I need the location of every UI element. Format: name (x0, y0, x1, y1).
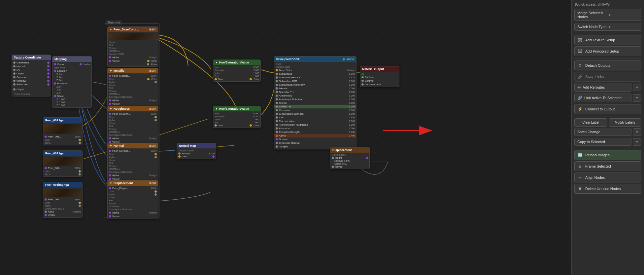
swap-icon: 🔗 (577, 74, 583, 79)
node-material-output[interactable]: Material Output All Surface Volume Displ… (360, 66, 399, 87)
add-texture-setup-button[interactable]: 🖼 Add Texture Setup (574, 35, 641, 45)
node-displacement-img[interactable]: ▼ Displacement ⊞⊟✕ Peer_Displac...⊞⊟✕ Co… (107, 180, 158, 219)
frame-icon: ⊞ (577, 164, 583, 169)
reroutes-label: Add Reroutes (583, 85, 628, 89)
node-displacement-shader[interactable]: Displacement Object Space Height Midleve… (330, 147, 370, 169)
align-nodes-button[interactable]: ⇔ Align Nodes (574, 173, 641, 182)
frame-label: Frame Selected (585, 164, 638, 168)
reload-icon: 🔄 (577, 152, 583, 158)
right-panel: (Quick access: Shift+W) Merge Selected N… (571, 0, 644, 275)
divider-2 (574, 58, 641, 59)
shortcut-hint: (Quick access: Shift+W) (574, 3, 641, 6)
reroutes-chevron-button[interactable]: ▼ (633, 84, 641, 91)
batch-change-chevron[interactable]: ▼ (633, 128, 641, 136)
merge-selected-dropdown[interactable]: Merge Selected Nodes ▼ (574, 9, 641, 21)
switch-node-type-dropdown[interactable]: Switch Node Type ▼ (574, 23, 641, 31)
copy-to-selected-chevron[interactable]: ▼ (633, 138, 641, 146)
merge-selected-label: Merge Selected Nodes (577, 11, 608, 19)
link-active-button[interactable]: 🔗 Link Active To Selected (574, 94, 631, 102)
add-reroutes-row: ◎ Add Reroutes ▼ (574, 83, 641, 92)
node-pear003[interactable]: Peer_003img.tga Peer_003...⊞⊟✕ Color Alp… (43, 182, 83, 218)
node-basecolor[interactable]: ▼ Peer_BaseColor... ⊞⊟✕ Linear Flat Repe… (107, 26, 158, 67)
detach-label: Detach Outputs (585, 63, 638, 67)
swap-links-button[interactable]: 🔗 Swap Links (574, 72, 641, 82)
divider-3 (574, 116, 641, 116)
add-principled-setup-button[interactable]: 🖼 Add Principled Setup (574, 46, 641, 56)
detach-outputs-button[interactable]: ⚙ Detach Outputs (574, 60, 641, 70)
divider-4 (574, 148, 641, 148)
swap-label: Swap Links (585, 75, 638, 79)
link-active-row: 🔗 Link Active To Selected ▼ (574, 94, 641, 102)
align-label: Align Nodes (585, 176, 638, 179)
node-normalmap[interactable]: Normal Map Tangent Space Strength1.000 C… (177, 143, 216, 159)
delete-unused-button[interactable]: ✖ Delete Unused Nodes (574, 184, 641, 194)
modify-labels-text: Modify Labels (615, 121, 635, 124)
texture-setup-label: Add Texture Setup (585, 38, 638, 42)
connect-icon: ⚡ (577, 106, 583, 112)
node-principled[interactable]: Principled BSDF BSDF GGX Random Walk Bas… (274, 56, 356, 149)
node-roughness[interactable]: ▼ Roughness ⊞⊟✕ Peer_Roughh...⊞⊟✕ Color … (107, 106, 158, 145)
panel-content: (Quick access: Shift+W) Merge Selected N… (572, 0, 644, 275)
switch-node-label: Switch Node Type (577, 25, 608, 29)
connect-label: Connect to Output (585, 107, 638, 111)
link-active-label: Link Active To Selected (584, 96, 628, 100)
detach-icon: ⚙ (577, 63, 583, 68)
principled-setup-icon: 🖼 (577, 49, 583, 54)
node-hue-sat-2[interactable]: ▼ Hue/Saturation/Value Hue0.500 Saturati… (213, 106, 261, 128)
switch-chevron: ▼ (608, 25, 639, 29)
frame-selected-button[interactable]: ⊞ Frame Selected (574, 161, 641, 171)
node-hue-sat-1[interactable]: ▼ Hue/Saturation/Value Hue0.500 Saturati… (213, 59, 261, 82)
node-metallic[interactable]: ▼ Metallic ⊞⊟✕ Peer_Metallic...⊞⊟✕ Color… (107, 68, 158, 107)
delete-icon: ✖ (577, 186, 583, 191)
node-pear002[interactable]: Pear_002.tga Peer_002...⊞⊟✕ Color Alpha (43, 150, 83, 177)
copy-to-selected-button[interactable]: Copy to Selected (574, 138, 631, 146)
batch-change-button[interactable]: Batch Change (574, 128, 631, 136)
textures-group-label: Textures (106, 20, 122, 25)
red-arrow (380, 122, 439, 139)
divider-1 (574, 33, 641, 33)
copy-to-selected-row: Copy to Selected ▼ (574, 138, 641, 146)
align-icon: ⇔ (577, 175, 583, 180)
link-icon: 🔗 (577, 96, 582, 100)
add-reroutes-button[interactable]: ◎ Add Reroutes (574, 83, 631, 92)
node-header-mapping: Mapping (52, 57, 91, 62)
delete-label: Delete Unused Nodes (585, 187, 638, 191)
label-buttons-row: Clear Label Modify Labels (574, 118, 641, 127)
node-normal-img[interactable]: ▼ Normal ⊞⊟✕ Peer_Normal...⊞⊟✕ Color Alp… (107, 143, 158, 182)
texture-setup-icon: 🖼 (577, 37, 583, 43)
reload-label: Reload Images (585, 153, 638, 157)
node-pear001[interactable]: Pear_001.tga Peer_001...⊞⊟✕ Color Alpha (43, 117, 83, 145)
node-editor[interactable]: Textures Texture Coordinate Generated No… (0, 0, 571, 275)
node-tex-coord[interactable]: Texture Coordinate Generated Normal UV O… (12, 55, 51, 97)
clear-label-button[interactable]: Clear Label (574, 118, 607, 127)
principled-setup-label: Add Principled Setup (585, 49, 638, 53)
connect-output-button[interactable]: ⚡ Connect to Output (574, 104, 641, 114)
merge-chevron: ▼ (608, 13, 639, 17)
node-header-tex-coord: Texture Coordinate (12, 55, 51, 60)
clear-label-text: Clear Label (582, 121, 599, 124)
modify-labels-button[interactable]: Modify Labels (609, 118, 642, 127)
batch-change-row: Batch Change ▼ (574, 128, 641, 136)
reroutes-icon: ◎ (577, 85, 581, 90)
node-mapping[interactable]: Mapping VectorVector Type: Point Locatio… (52, 56, 92, 108)
batch-change-label: Batch Change (577, 130, 628, 134)
reload-images-button[interactable]: 🔄 Reload Images (574, 150, 641, 160)
copy-to-selected-label: Copy to Selected (577, 140, 628, 144)
link-active-chevron-button[interactable]: ▼ (633, 94, 641, 102)
